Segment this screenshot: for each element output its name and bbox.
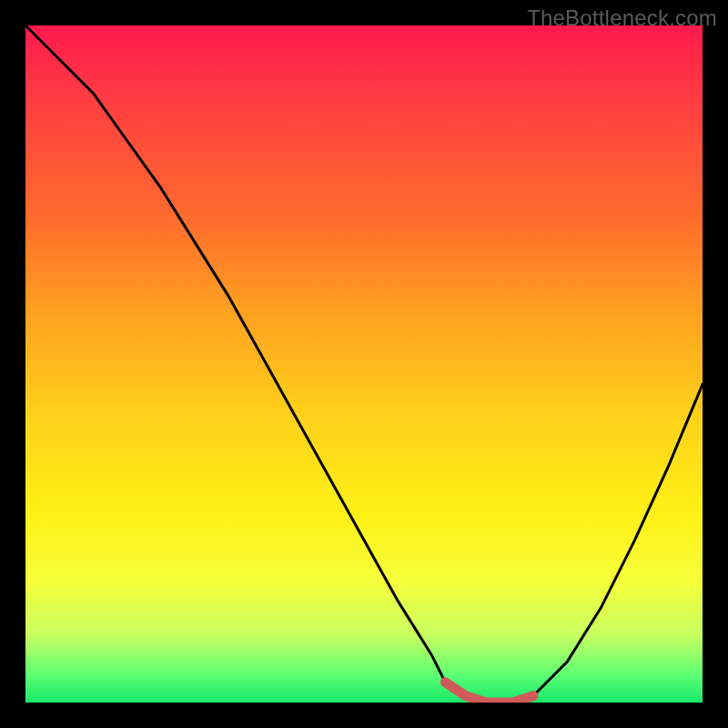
bottleneck-curve <box>25 25 703 703</box>
watermark-text: TheBottleneck.com <box>527 5 717 31</box>
chart-svg <box>25 25 703 703</box>
chart-frame: TheBottleneck.com <box>0 0 728 728</box>
optimal-range-highlight <box>445 682 533 703</box>
chart-plot-area <box>25 25 703 703</box>
